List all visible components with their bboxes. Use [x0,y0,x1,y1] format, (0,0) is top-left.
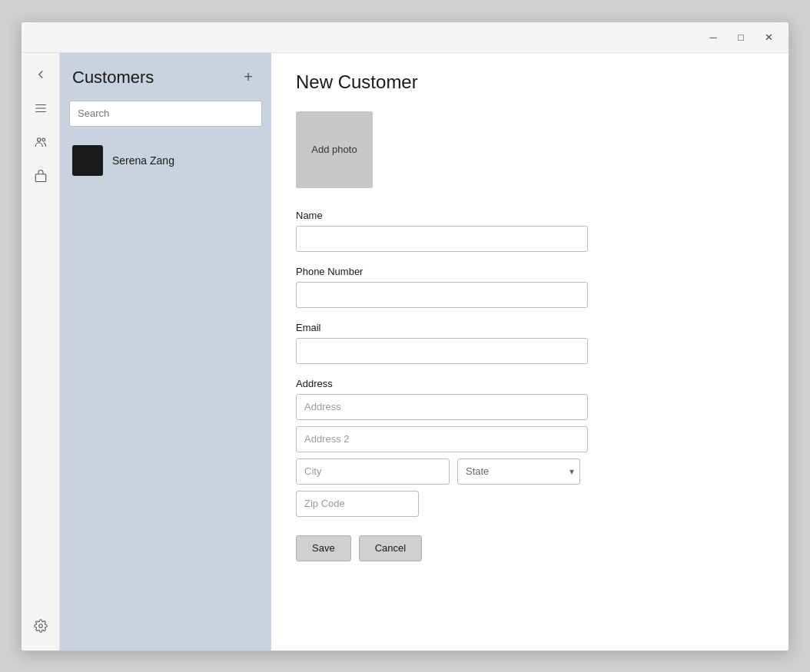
phone-group: Phone Number [296,266,764,308]
state-select[interactable]: StateALAKAZARCACOCTDEFLGAHIIDILINIAKSKYL… [457,458,580,485]
close-button[interactable]: ✕ [755,23,782,51]
svg-point-3 [37,137,41,141]
email-input[interactable] [296,338,588,364]
sidebar-title: Customers [72,68,154,88]
minimize-button[interactable]: ─ [699,23,727,51]
main-content: New Customer Add photo Name Phone Number… [271,53,788,650]
zip-input[interactable] [296,491,419,517]
titlebar: ─ □ ✕ [22,22,788,53]
email-label: Email [296,322,764,333]
cancel-button[interactable]: Cancel [359,535,422,561]
address-group: Address StateALAKAZARCACOCTDEFLGAHIIDILI… [296,378,764,517]
svg-rect-5 [35,174,46,181]
customer-name: Serena Zang [112,154,174,167]
menu-icon[interactable] [27,94,55,122]
app-body: Customers + Serena Zang New Customer Add… [22,53,788,650]
search-container [60,98,271,136]
search-input[interactable] [69,101,262,127]
settings-icon[interactable] [27,612,55,640]
customer-list: Serena Zang [60,136,271,650]
phone-input[interactable] [296,282,588,308]
state-select-wrapper: StateALAKAZARCACOCTDEFLGAHIIDILINIAKSKYL… [457,458,580,485]
people-icon[interactable] [27,128,55,156]
address1-input[interactable] [296,394,588,420]
add-photo-button[interactable]: Add photo [296,111,373,188]
svg-point-4 [41,138,45,141]
city-input[interactable] [296,458,450,485]
add-customer-button[interactable]: + [237,67,259,88]
page-title: New Customer [296,71,764,93]
avatar [72,145,103,176]
sidebar: Customers + Serena Zang [60,53,271,650]
save-button[interactable]: Save [296,535,351,561]
form-actions: Save Cancel [296,535,764,561]
address-label: Address [296,378,764,389]
maximize-button[interactable]: □ [727,23,755,51]
name-label: Name [296,210,764,221]
email-group: Email [296,322,764,364]
city-state-row: StateALAKAZARCACOCTDEFLGAHIIDILINIAKSKYL… [296,458,764,485]
name-input[interactable] [296,226,588,252]
nav-icons [22,53,60,650]
phone-label: Phone Number [296,266,764,277]
svg-point-6 [38,624,42,627]
sidebar-header: Customers + [60,53,271,98]
back-icon[interactable] [27,61,55,88]
bag-icon[interactable] [27,162,55,190]
name-group: Name [296,210,764,252]
list-item[interactable]: Serena Zang [66,139,265,182]
app-window: ─ □ ✕ Customers + [21,22,789,651]
address2-input[interactable] [296,426,588,452]
